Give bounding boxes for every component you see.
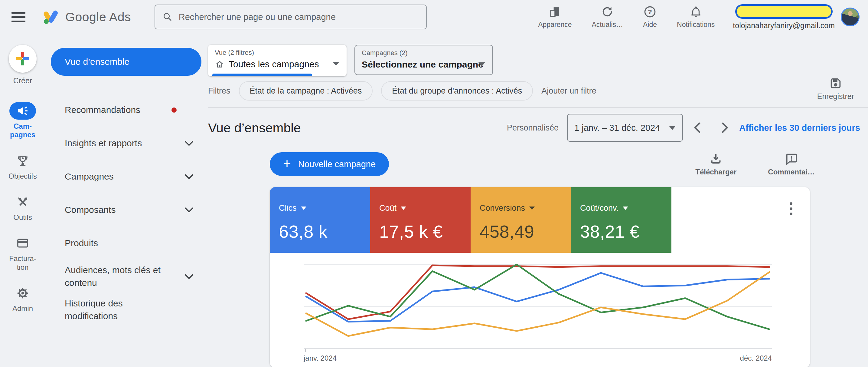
- product-name: Google Ads: [65, 10, 131, 24]
- chevron-down-icon: [184, 274, 194, 280]
- campaign-selector[interactable]: Campagnes (2) Sélectionnez une campagne: [354, 45, 493, 75]
- filters-label: Filtres: [208, 86, 230, 96]
- notifications-icon: [689, 5, 702, 18]
- scorecard-cost[interactable]: Coût 17,5 k €: [370, 187, 471, 253]
- view-selector-label: Vue (2 filtres): [215, 49, 340, 57]
- svg-text:?: ?: [648, 7, 652, 16]
- rail-label-admin: Admin: [12, 304, 33, 313]
- rail-item-admin[interactable]: Admin: [9, 284, 36, 313]
- filter-chip-campaign-status[interactable]: État de la campagne : Activées: [239, 81, 373, 101]
- date-range-value: 1 janv. – 31 déc. 2024: [574, 123, 660, 133]
- rail-label-tools: Outils: [13, 213, 32, 222]
- metric-caret-icon: [301, 206, 306, 210]
- trophy-icon: [16, 154, 29, 167]
- avatar[interactable]: [841, 7, 860, 26]
- download-icon: [709, 152, 723, 166]
- refresh-button[interactable]: Actualis…: [592, 5, 623, 29]
- sidebar-item-change-history[interactable]: Historique des modifications: [51, 293, 206, 327]
- tools-icon: [16, 195, 29, 209]
- scorecard-cost-per-conv[interactable]: Coût/conv. 38,21 €: [571, 187, 672, 253]
- rail-item-tools[interactable]: Outils: [9, 193, 36, 222]
- main-content: Vue (2 filtres) Toutes les campagnes Cam…: [206, 34, 868, 367]
- save-label: Enregistrer: [817, 92, 854, 101]
- comment-button[interactable]: Commentai…: [768, 152, 815, 176]
- view-selector[interactable]: Vue (2 filtres) Toutes les campagnes: [208, 45, 347, 76]
- page-title: Vue d’ensemble: [208, 120, 301, 135]
- scorecard-conversions-value: 458,49: [480, 221, 571, 242]
- appearance-label: Apparence: [538, 21, 571, 29]
- x-tick-end: déc. 2024: [740, 354, 772, 363]
- filters-bar: Filtres État de la campagne : Activées É…: [208, 81, 868, 101]
- sidebar-item-products[interactable]: Produits: [51, 226, 206, 260]
- feedback-icon: [784, 152, 799, 166]
- chart-series-Coût: [306, 265, 769, 319]
- help-button[interactable]: ? Aide: [643, 5, 657, 29]
- new-campaign-label: Nouvelle campagne: [298, 159, 376, 169]
- notification-dot: [172, 108, 177, 113]
- help-label: Aide: [643, 21, 657, 29]
- menu-icon[interactable]: [11, 12, 25, 22]
- sidebar-item-recommendations[interactable]: Recommandations: [51, 93, 206, 126]
- gear-icon: [16, 286, 29, 300]
- megaphone-icon: [16, 104, 29, 117]
- google-ads-logo: Google Ads: [43, 9, 131, 25]
- sidebar-item-campaigns[interactable]: Campagnes: [51, 160, 206, 193]
- top-app-bar: Google Ads Apparence Actualis… ?: [0, 0, 868, 34]
- add-filter-button[interactable]: Ajouter un filtre: [541, 86, 596, 96]
- search-bar[interactable]: [155, 4, 427, 29]
- dropdown-caret-icon: [478, 62, 485, 66]
- campaign-selector-value: Sélectionnez une campagne: [362, 59, 486, 69]
- rail-item-goals[interactable]: Objectifs: [8, 152, 37, 180]
- chevron-down-icon: [184, 140, 194, 146]
- appearance-icon: [549, 5, 561, 18]
- active-tab-indicator: [212, 74, 312, 76]
- date-range-picker[interactable]: 1 janv. – 31 déc. 2024: [567, 114, 683, 142]
- scorecard-conversions[interactable]: Conversions 458,49: [471, 187, 571, 253]
- help-icon: ?: [644, 5, 656, 18]
- filter-chip-adgroup-status[interactable]: État du groupe d'annonces : Activés: [381, 81, 533, 101]
- next-period-icon[interactable]: [721, 122, 729, 134]
- overview-chart-svg: [304, 262, 772, 353]
- sidebar-item-components[interactable]: Composants: [51, 193, 206, 226]
- rail-label-campaigns: Cam- pagnes: [10, 122, 35, 139]
- overview-chart: janv. 2024 déc. 2024: [304, 262, 772, 363]
- metric-caret-icon: [529, 206, 535, 210]
- toolbar-divider: [208, 107, 868, 108]
- create-circle[interactable]: [9, 45, 37, 73]
- download-button[interactable]: Télécharger: [695, 152, 737, 176]
- create-button[interactable]: Créer: [9, 45, 37, 85]
- date-mode-label: Personnalisée: [507, 123, 559, 133]
- x-tick-start: janv. 2024: [304, 354, 337, 363]
- chevron-down-icon: [184, 173, 194, 179]
- account-email: tolojanaharyfaniry@gmail.com: [733, 21, 835, 30]
- search-input[interactable]: [179, 12, 419, 22]
- account-id-highlight[interactable]: [735, 4, 833, 19]
- rail-item-campaigns[interactable]: Cam- pagnes: [9, 102, 36, 139]
- comment-label: Commentai…: [768, 168, 815, 176]
- sidebar-item-audiences[interactable]: Audiences, mots clés et contenu: [51, 260, 206, 293]
- refresh-label: Actualis…: [592, 21, 623, 29]
- chart-series-Conversions: [306, 264, 769, 329]
- rail-item-billing[interactable]: Factura- tion: [9, 234, 36, 272]
- google-ads-logo-icon: [43, 9, 60, 25]
- save-button[interactable]: Enregistrer: [817, 76, 854, 101]
- card-menu-icon[interactable]: [790, 202, 793, 215]
- notifications-button[interactable]: Notifications: [677, 5, 715, 29]
- show-last-30-days-link[interactable]: Afficher les 30 derniers jours: [739, 123, 860, 133]
- refresh-icon: [601, 5, 614, 18]
- sidebar-item-overview[interactable]: Vue d’ensemble: [51, 48, 202, 76]
- overview-card: Clics 63,8 k Coût 17,5 k € Conversions 4…: [270, 187, 810, 367]
- previous-period-icon[interactable]: [693, 122, 701, 134]
- sidebar-nav: Vue d’ensemble Recommandations Insights …: [45, 34, 206, 367]
- search-icon: [162, 11, 173, 22]
- metric-caret-icon: [623, 206, 628, 210]
- scorecard-cost-per-conv-value: 38,21 €: [580, 221, 672, 242]
- sidebar-item-label: Vue d’ensemble: [65, 57, 129, 67]
- scorecards-row: Clics 63,8 k Coût 17,5 k € Conversions 4…: [270, 187, 810, 253]
- new-campaign-button[interactable]: + Nouvelle campagne: [270, 152, 389, 176]
- metric-caret-icon: [401, 206, 406, 210]
- scorecard-clicks[interactable]: Clics 63,8 k: [270, 187, 370, 253]
- appearance-button[interactable]: Apparence: [538, 5, 571, 29]
- view-selector-value: Toutes les campagnes: [229, 59, 319, 69]
- sidebar-item-insights-reports[interactable]: Insights et rapports: [51, 126, 206, 160]
